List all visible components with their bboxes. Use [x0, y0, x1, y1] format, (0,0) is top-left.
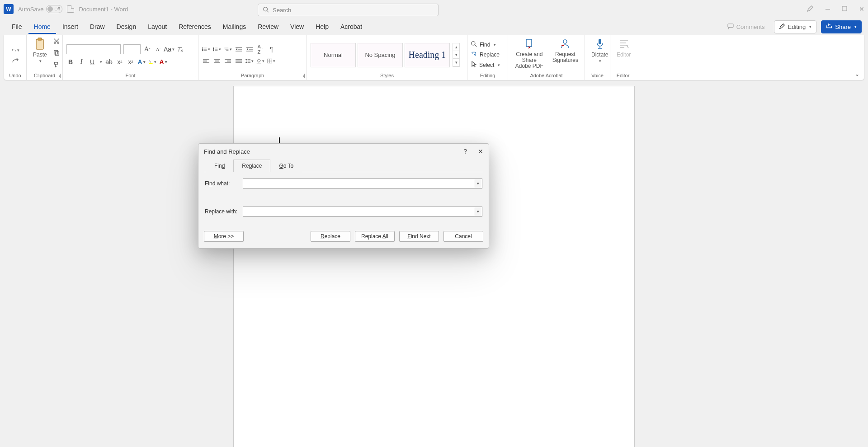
- align-left-button[interactable]: [202, 57, 210, 65]
- align-right-button[interactable]: [224, 57, 232, 65]
- dialog-tab-replace[interactable]: Replace: [233, 160, 270, 172]
- find-button[interactable]: Find▾: [471, 41, 496, 48]
- scroll-up-icon[interactable]: ▴: [453, 43, 459, 51]
- sort-button[interactable]: A↓Z: [256, 45, 264, 53]
- decrease-indent-button[interactable]: [235, 45, 243, 53]
- tab-insert[interactable]: Insert: [57, 20, 84, 33]
- find-what-input[interactable]: [243, 179, 474, 188]
- editing-mode-button[interactable]: Editing ▾: [774, 20, 817, 33]
- dialog-tab-find[interactable]: Find: [206, 160, 233, 172]
- create-share-pdf-button[interactable]: Create and Share Adobe PDF: [512, 37, 547, 70]
- tab-home[interactable]: Home: [28, 20, 56, 34]
- undo-button[interactable]: ▾: [11, 46, 19, 54]
- replace-with-input[interactable]: [243, 207, 474, 216]
- increase-indent-button[interactable]: [245, 45, 254, 53]
- comments-button[interactable]: Comments: [723, 21, 769, 33]
- borders-button[interactable]: ▾: [267, 57, 275, 65]
- copy-button[interactable]: [52, 49, 61, 57]
- more-options-button[interactable]: More >>: [204, 231, 244, 242]
- pen-icon[interactable]: [807, 5, 814, 14]
- page[interactable]: [233, 86, 635, 447]
- dialog-help-button[interactable]: ?: [463, 148, 467, 155]
- style-no-spacing[interactable]: No Spacing: [358, 43, 403, 67]
- styles-dialog-launcher[interactable]: [461, 74, 465, 78]
- subscript-button[interactable]: x2: [116, 58, 124, 66]
- tab-review[interactable]: Review: [252, 20, 284, 33]
- numbering-button[interactable]: 123▾: [213, 45, 221, 53]
- select-button[interactable]: Select▾: [471, 61, 500, 69]
- superscript-button[interactable]: x2: [127, 58, 135, 66]
- paragraph-dialog-launcher[interactable]: [300, 74, 305, 78]
- group-paragraph: ▾ 123▾ ▾ A↓Z ¶ ▾ ▾ ▾ Paragraph: [198, 35, 307, 80]
- maximize-button[interactable]: [842, 5, 847, 13]
- dialog-close-button[interactable]: ✕: [478, 148, 483, 155]
- tab-draw[interactable]: Draw: [85, 20, 110, 33]
- increase-font-button[interactable]: A^: [143, 45, 151, 53]
- dialog-tab-goto[interactable]: Go To: [270, 160, 302, 172]
- find-next-button[interactable]: Find Next: [399, 231, 439, 242]
- clipboard-dialog-launcher[interactable]: [56, 74, 61, 78]
- tab-layout[interactable]: Layout: [142, 20, 172, 33]
- show-marks-button[interactable]: ¶: [267, 45, 275, 53]
- save-icon[interactable]: [67, 5, 74, 13]
- dictate-button[interactable]: Dictate▾: [589, 37, 611, 63]
- clear-formatting-button[interactable]: [176, 45, 184, 53]
- replace-button[interactable]: Replace: [471, 51, 500, 58]
- collapse-ribbon-button[interactable]: ⌄: [855, 71, 859, 77]
- highlight-button[interactable]: ▾: [148, 58, 156, 66]
- minimize-button[interactable]: ─: [826, 5, 830, 13]
- find-what-dropdown[interactable]: ▾: [474, 179, 482, 188]
- style-heading1[interactable]: Heading 1: [405, 43, 450, 67]
- multilevel-list-button[interactable]: ▾: [224, 45, 232, 53]
- bullets-button[interactable]: ▾: [202, 45, 210, 53]
- shading-button[interactable]: ▾: [256, 57, 264, 65]
- paste-button[interactable]: Paste ▾: [30, 37, 50, 63]
- tab-design[interactable]: Design: [111, 20, 142, 33]
- share-button[interactable]: Share ▾: [821, 20, 862, 33]
- underline-button[interactable]: U: [88, 58, 96, 66]
- editor-button[interactable]: Editor: [614, 37, 633, 58]
- request-signatures-button[interactable]: Request Signatures: [550, 37, 581, 63]
- bold-button[interactable]: B: [66, 58, 75, 66]
- tab-mailings[interactable]: Mailings: [217, 20, 251, 33]
- replace-with-dropdown[interactable]: ▾: [474, 207, 482, 216]
- tab-acrobat[interactable]: Acrobat: [335, 20, 368, 33]
- tab-file[interactable]: File: [6, 20, 28, 33]
- dialog-titlebar[interactable]: Find and Replace ? ✕: [198, 144, 489, 159]
- search-icon: [263, 6, 269, 14]
- decrease-font-button[interactable]: Aˇ: [154, 45, 162, 53]
- autosave-switch[interactable]: Off: [46, 5, 62, 13]
- font-size-combo[interactable]: [123, 44, 141, 54]
- close-button[interactable]: ✕: [859, 5, 864, 13]
- replace-all-button[interactable]: Replace All: [355, 231, 395, 242]
- group-styles: Normal No Spacing Heading 1 ▴ ▾ ▾ Styles: [307, 35, 467, 80]
- font-color-button[interactable]: A▾: [159, 58, 167, 66]
- style-normal[interactable]: Normal: [311, 43, 356, 67]
- text-effects-button[interactable]: A▾: [137, 58, 146, 66]
- italic-button[interactable]: I: [77, 58, 85, 66]
- group-label-paragraph: Paragraph: [202, 73, 303, 79]
- align-center-button[interactable]: [213, 57, 221, 65]
- line-spacing-button[interactable]: ▾: [245, 57, 254, 65]
- font-name-combo[interactable]: [66, 44, 121, 54]
- strikethrough-button[interactable]: ab: [105, 58, 113, 66]
- autosave-toggle[interactable]: AutoSave Off: [18, 5, 62, 13]
- font-dialog-launcher[interactable]: [192, 74, 196, 78]
- change-case-button[interactable]: Aa▾: [165, 45, 173, 53]
- expand-gallery-icon[interactable]: ▾: [453, 59, 459, 66]
- replace-one-button[interactable]: Replace: [311, 231, 350, 242]
- cancel-button[interactable]: Cancel: [443, 231, 483, 242]
- svg-point-7: [57, 42, 59, 44]
- tab-references[interactable]: References: [173, 20, 217, 33]
- styles-gallery-scroll[interactable]: ▴ ▾ ▾: [453, 43, 460, 67]
- cut-button[interactable]: [52, 37, 61, 45]
- scroll-down-icon[interactable]: ▾: [453, 51, 459, 59]
- tab-view[interactable]: View: [285, 20, 309, 33]
- format-painter-button[interactable]: [52, 61, 61, 69]
- chevron-down-icon: ▾: [854, 24, 857, 29]
- window-controls: ─ ✕: [807, 0, 864, 18]
- redo-button[interactable]: [11, 56, 19, 64]
- search-box[interactable]: Search: [258, 4, 439, 16]
- justify-button[interactable]: [235, 57, 243, 65]
- tab-help[interactable]: Help: [310, 20, 334, 33]
